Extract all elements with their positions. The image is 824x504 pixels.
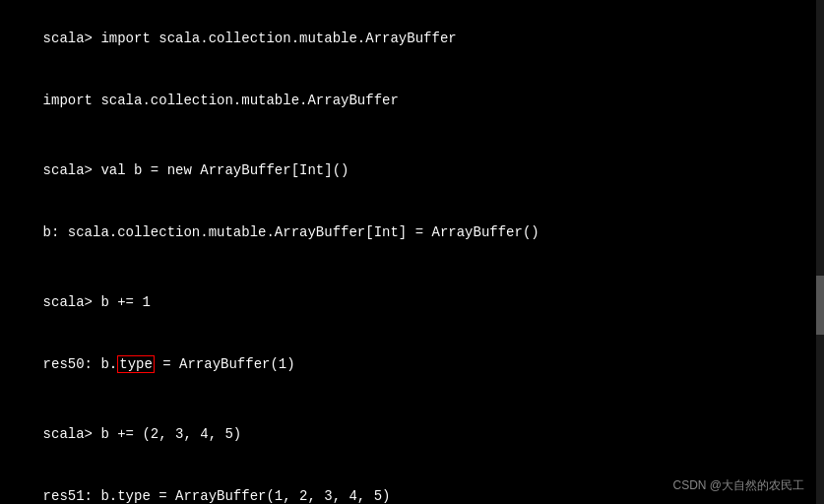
line-1: scala> import scala.collection.mutable.A…: [10, 8, 814, 70]
result-8-post: = ArrayBuffer(1): [155, 356, 295, 372]
prompt-7: scala> b += 1: [43, 294, 151, 310]
line-4: scala> val b = new ArrayBuffer[Int](): [10, 140, 814, 202]
spacer-1: [10, 132, 814, 140]
watermark: CSDN @大自然的农民工: [672, 477, 804, 494]
result-5: b: scala.collection.mutable.ArrayBuffer[…: [43, 224, 539, 240]
spacer-3: [10, 396, 814, 404]
prompt-10: scala> b += (2, 3, 4, 5): [43, 426, 242, 442]
prompt-4: scala> val b = new ArrayBuffer[Int](): [43, 162, 349, 178]
spacer-2: [10, 264, 814, 272]
highlight-type: type: [117, 355, 155, 373]
scrollbar[interactable]: [816, 0, 824, 504]
result-8-pre: res50: b.: [43, 356, 118, 372]
prompt-1: scala> import scala.collection.mutable.A…: [43, 31, 457, 46]
terminal: scala> import scala.collection.mutable.A…: [0, 0, 824, 504]
line-5: b: scala.collection.mutable.ArrayBuffer[…: [10, 202, 814, 264]
line-10: scala> b += (2, 3, 4, 5): [10, 404, 814, 466]
scrollbar-thumb[interactable]: [816, 276, 824, 335]
result-2: import scala.collection.mutable.ArrayBuf…: [43, 93, 399, 108]
line-8: res50: b.type = ArrayBuffer(1): [10, 334, 814, 396]
line-2: import scala.collection.mutable.ArrayBuf…: [10, 70, 814, 132]
result-11: res51: b.type = ArrayBuffer(1, 2, 3, 4, …: [43, 488, 391, 504]
line-7: scala> b += 1: [10, 272, 814, 334]
